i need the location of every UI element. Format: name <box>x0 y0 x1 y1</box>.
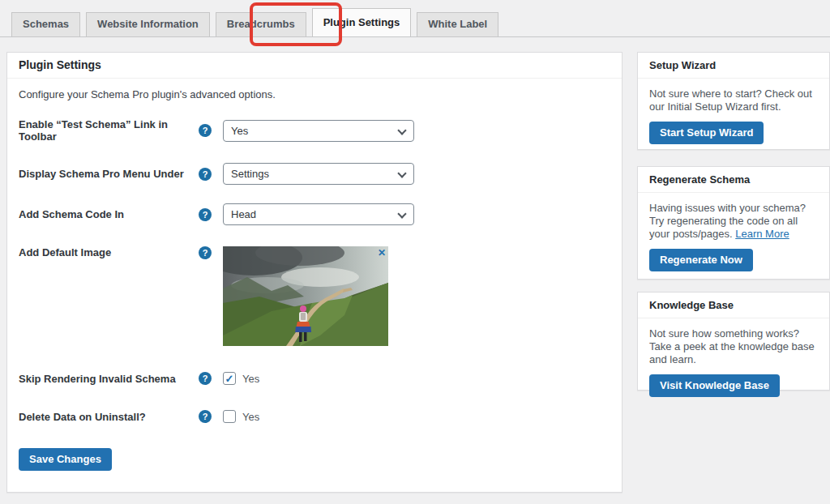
panel-title: Plugin Settings <box>7 53 622 79</box>
panel-description: Configure your Schema Pro plugin's advan… <box>19 88 610 100</box>
box-text: Not sure where to start? Check out our I… <box>649 88 812 113</box>
help-icon[interactable]: ? <box>199 410 212 423</box>
skip-invalid-schema-checkbox[interactable]: ✓ <box>223 372 236 385</box>
save-changes-button[interactable]: Save Changes <box>19 448 112 471</box>
help-icon[interactable]: ? <box>199 124 212 137</box>
box-title: Regenerate Schema <box>638 167 829 193</box>
help-icon[interactable]: ? <box>199 208 212 221</box>
chevron-down-icon <box>397 209 406 218</box>
field-row-delete-data: Delete Data on Uninstall? ? Yes <box>19 410 610 423</box>
select-value: Head <box>231 208 256 220</box>
field-row-menu-under: Display Schema Pro Menu Under ? Settings <box>19 163 610 185</box>
help-icon[interactable]: ? <box>199 168 212 181</box>
tab-website-information[interactable]: Website Information <box>86 12 210 36</box>
plugin-settings-panel: Plugin Settings Configure your Schema Pr… <box>6 52 622 493</box>
regenerate-schema-box: Regenerate Schema Having issues with you… <box>637 166 830 280</box>
visit-knowledge-base-button[interactable]: Visit Knowledge Base <box>649 374 780 397</box>
field-label: Enable “Test Schema” Link in Toolbar <box>19 118 199 143</box>
remove-image-icon[interactable]: ✕ <box>378 247 386 258</box>
delete-data-checkbox[interactable] <box>223 410 236 423</box>
field-label: Add Schema Code In <box>19 208 199 220</box>
regenerate-now-button[interactable]: Regenerate Now <box>649 249 753 271</box>
tab-white-label[interactable]: White Label <box>417 12 498 36</box>
field-row-default-image: Add Default Image ? <box>19 246 610 346</box>
box-title: Setup Wizard <box>638 53 829 79</box>
tab-bar: Schemas Website Information Breadcrumbs … <box>0 0 830 37</box>
start-setup-wizard-button[interactable]: Start Setup Wizard <box>649 122 764 144</box>
field-label: Delete Data on Uninstall? <box>19 411 199 423</box>
select-value: Settings <box>231 168 269 180</box>
tab-plugin-settings[interactable]: Plugin Settings <box>312 8 412 36</box>
knowledge-base-box: Knowledge Base Not sure how something wo… <box>637 292 830 391</box>
chevron-down-icon <box>397 126 406 135</box>
checkbox-label: Yes <box>242 411 259 423</box>
test-schema-link-select[interactable]: Yes <box>223 120 414 142</box>
field-row-skip-invalid-schema: Skip Rendering Invalid Schema ? ✓ Yes <box>19 372 610 385</box>
select-value: Yes <box>231 125 248 137</box>
help-icon[interactable]: ? <box>199 246 212 259</box>
checkbox-label: Yes <box>242 373 259 385</box>
field-label: Add Default Image <box>19 246 199 258</box>
chevron-down-icon <box>397 169 406 177</box>
tab-breadcrumbs[interactable]: Breadcrumbs <box>216 12 306 36</box>
field-label: Display Schema Pro Menu Under <box>19 168 199 180</box>
tab-schemas[interactable]: Schemas <box>11 12 80 36</box>
mountain-trail-photo <box>223 246 388 346</box>
menu-under-select[interactable]: Settings <box>223 163 414 185</box>
learn-more-link[interactable]: Learn More <box>735 228 789 240</box>
box-title: Knowledge Base <box>638 293 829 318</box>
box-text: Not sure how something works? Take a pee… <box>649 327 815 365</box>
default-image-thumbnail[interactable]: ✕ <box>223 246 388 346</box>
help-icon[interactable]: ? <box>199 372 212 385</box>
setup-wizard-box: Setup Wizard Not sure where to start? Ch… <box>637 52 830 150</box>
field-label: Skip Rendering Invalid Schema <box>19 373 199 385</box>
field-row-schema-code-in: Add Schema Code In ? Head <box>19 203 610 225</box>
field-row-test-schema-link: Enable “Test Schema” Link in Toolbar ? Y… <box>19 118 610 143</box>
schema-code-in-select[interactable]: Head <box>223 203 414 225</box>
